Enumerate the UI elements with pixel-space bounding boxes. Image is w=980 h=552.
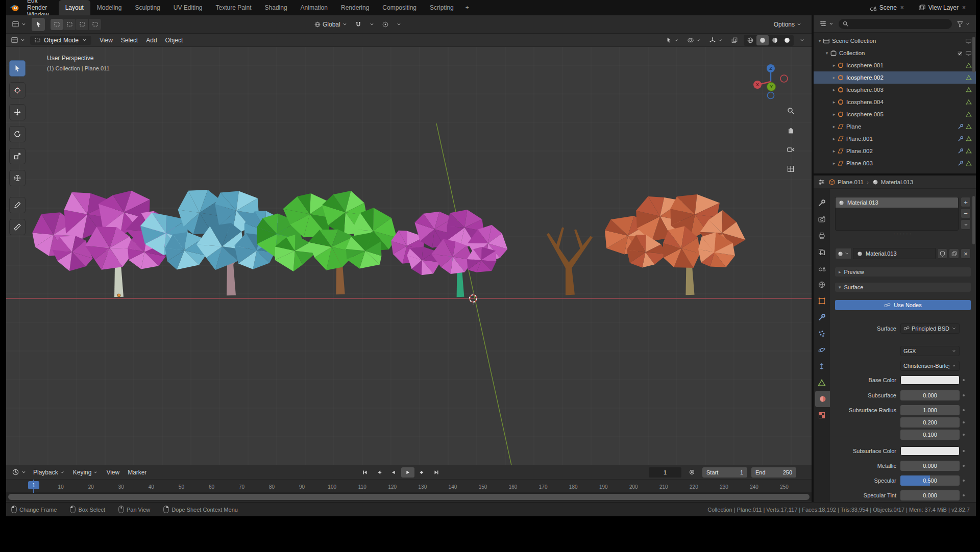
menu-render[interactable]: Render xyxy=(22,4,54,11)
timeline-menu-keying[interactable]: Keying xyxy=(69,469,103,476)
expand-toggle[interactable]: ▸ xyxy=(831,87,837,92)
properties-tab-tool[interactable] xyxy=(814,195,830,211)
timeline-editor-type-button[interactable] xyxy=(9,467,29,477)
tool-select-box-button[interactable] xyxy=(9,60,26,77)
frame-ruler[interactable]: 1 10203040506070809010011012013014015016… xyxy=(6,480,812,493)
editor-type-button[interactable] xyxy=(9,19,29,29)
tool-cursor-button[interactable] xyxy=(9,82,26,98)
timeline-scrollbar[interactable] xyxy=(6,493,812,501)
workspace-tab-scripting[interactable]: Scripting xyxy=(423,0,460,15)
workspace-tab-uv-editing[interactable]: UV Editing xyxy=(167,0,209,15)
viewport-ortho-toggle[interactable] xyxy=(784,162,797,175)
outliner-row-plane-003[interactable]: ▸Plane.003 xyxy=(814,157,976,169)
tool-annotate-button[interactable] xyxy=(9,197,26,213)
expand-toggle[interactable]: ▸ xyxy=(831,136,837,141)
properties-tab-data[interactable] xyxy=(814,374,830,391)
add-workspace-button[interactable]: + xyxy=(460,4,474,11)
remove-material-slot-button[interactable]: − xyxy=(961,208,971,218)
properties-tab-scene[interactable] xyxy=(814,260,830,277)
outliner-search-input[interactable] xyxy=(851,21,948,27)
expand-toggle[interactable]: ▸ xyxy=(831,99,837,105)
browse-material-button[interactable] xyxy=(835,248,851,259)
properties-tab-constraints[interactable] xyxy=(814,358,830,374)
material-name-field[interactable]: Material.013 xyxy=(853,248,936,259)
expand-toggle[interactable]: ▸ xyxy=(831,63,837,68)
workspace-tab-rendering[interactable]: Rendering xyxy=(334,0,376,15)
gizmo-x-neg-axis[interactable] xyxy=(780,75,788,82)
animate-property-dot[interactable] xyxy=(960,494,968,496)
properties-tab-world[interactable] xyxy=(814,277,830,293)
jump-start-button[interactable] xyxy=(358,467,372,478)
viewport-pan-button[interactable] xyxy=(784,123,797,137)
expand-toggle[interactable]: ▾ xyxy=(817,38,823,43)
next-key-button[interactable] xyxy=(415,467,429,478)
animate-property-dot[interactable] xyxy=(960,465,968,467)
viewport-camera-button[interactable] xyxy=(784,143,797,156)
properties-editor-type-button[interactable] xyxy=(818,178,825,186)
selectability-dropdown[interactable] xyxy=(663,36,681,44)
christensen-burley-dropdown[interactable]: Christensen-Burley xyxy=(900,361,960,371)
timeline-menu-playback[interactable]: Playback xyxy=(29,469,69,476)
value-field[interactable]: 0.100 xyxy=(900,430,960,440)
viewport-menu-select[interactable]: Select xyxy=(117,37,142,44)
expand-toggle[interactable]: ▸ xyxy=(831,124,837,129)
viewport-menu-add[interactable]: Add xyxy=(142,37,161,44)
use-nodes-button[interactable]: Use Nodes xyxy=(835,300,971,310)
current-frame-field[interactable]: 1 xyxy=(649,467,681,478)
snap-toggle-button[interactable] xyxy=(352,20,364,29)
unlink-scene-button[interactable]: × xyxy=(899,4,905,11)
workspace-tab-animation[interactable]: Animation xyxy=(294,0,334,15)
tree-bare[interactable] xyxy=(547,227,593,295)
properties-tab-particles[interactable] xyxy=(814,325,830,342)
fake-user-button[interactable] xyxy=(937,248,947,259)
properties-tab-physics[interactable] xyxy=(814,342,830,358)
transform-orientation-dropdown[interactable]: Global xyxy=(311,20,350,29)
select-subtract-button[interactable] xyxy=(76,19,88,30)
view-layer-selector[interactable]: View Layer × xyxy=(918,4,967,12)
viewport-menu-view[interactable]: View xyxy=(95,37,117,44)
overlays-dropdown[interactable] xyxy=(684,36,703,45)
outliner-scrollbar[interactable] xyxy=(972,37,975,72)
subsurface-field[interactable]: 0.000 xyxy=(900,390,960,400)
select-set-button[interactable] xyxy=(51,19,63,30)
breadcrumb-material[interactable]: Material.013 xyxy=(872,179,913,186)
workspace-tab-modeling[interactable]: Modeling xyxy=(90,0,129,15)
animate-property-dot[interactable] xyxy=(960,409,968,411)
shading-material-button[interactable] xyxy=(769,35,781,45)
tool-transform-button[interactable] xyxy=(9,170,26,186)
principled-bsdf-dropdown[interactable]: Principled BSDF xyxy=(900,323,960,334)
tool-rotate-button[interactable] xyxy=(9,126,26,142)
expand-toggle[interactable]: ▸ xyxy=(831,112,837,117)
options-dropdown[interactable]: Options xyxy=(771,20,804,29)
material-specials-button[interactable] xyxy=(961,219,971,230)
shading-dropdown[interactable] xyxy=(797,36,807,44)
jump-end-button[interactable] xyxy=(430,467,443,478)
workspace-tab-sculpting[interactable]: Sculpting xyxy=(128,0,166,15)
expand-toggle[interactable]: ▾ xyxy=(824,51,830,56)
base-color-swatch[interactable] xyxy=(900,375,960,385)
animate-property-dot[interactable] xyxy=(960,450,968,452)
tool-scale-button[interactable] xyxy=(9,148,26,164)
play-rev-button[interactable] xyxy=(387,467,400,478)
tree-orange[interactable] xyxy=(605,194,745,295)
viewport-menu-object[interactable]: Object xyxy=(161,37,187,44)
shading-rendered-button[interactable] xyxy=(781,35,793,45)
mode-dropdown[interactable]: Object Mode xyxy=(30,36,91,45)
gizmos-dropdown[interactable] xyxy=(706,36,725,45)
proportional-edit-toggle[interactable] xyxy=(379,20,391,29)
workspace-tab-texture-paint[interactable]: Texture Paint xyxy=(209,0,258,15)
select-intersect-button[interactable] xyxy=(89,19,101,30)
scene-selector[interactable]: Scene × xyxy=(869,4,905,12)
active-tool-icon[interactable] xyxy=(31,17,45,32)
play-button[interactable] xyxy=(401,467,414,478)
shading-solid-button[interactable] xyxy=(756,35,769,45)
scrollbar-handle[interactable] xyxy=(8,494,810,500)
outliner-row-icosphere-002[interactable]: ▸Icosphere.002 xyxy=(814,71,976,84)
specular-field[interactable]: 0.500 xyxy=(900,475,960,486)
outliner-row-collection[interactable]: ▾Collection xyxy=(814,47,976,59)
remove-view-layer-button[interactable]: × xyxy=(961,4,967,11)
properties-tab-object[interactable] xyxy=(814,293,830,309)
prev-key-button[interactable] xyxy=(373,467,386,478)
frame-start-field[interactable]: Start1 xyxy=(702,467,747,478)
breadcrumb-object[interactable]: Plane.011 xyxy=(828,179,864,186)
